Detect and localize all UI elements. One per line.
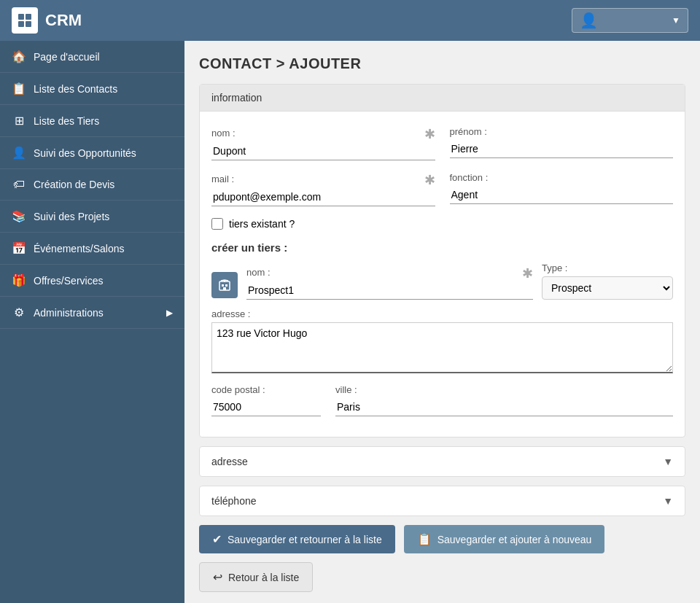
nom-prenom-row: nom : ✱ prénom :: [211, 126, 673, 160]
user-menu[interactable]: 👤 ▼: [572, 8, 688, 33]
code-postal-input[interactable]: [211, 398, 321, 416]
administrations-arrow-icon: ▶: [166, 308, 173, 318]
information-card: information nom : ✱ prénom :: [199, 84, 685, 437]
user-icon: 👤: [580, 12, 598, 29]
tiers-nom-input[interactable]: [246, 281, 533, 300]
nom-input[interactable]: [211, 142, 435, 160]
devis-icon: 🏷: [12, 178, 26, 191]
sidebar-label-opportunites: Suivi des Opportunités: [34, 147, 173, 159]
adresse-label: adresse :: [211, 308, 673, 319]
projets-icon: 📚: [12, 209, 26, 223]
svg-rect-7: [223, 287, 226, 290]
adresse-textarea[interactable]: 123 rue Victor Hugo: [211, 322, 673, 373]
user-dropdown-arrow: ▼: [672, 15, 680, 26]
buttons-row: ✔ Sauvegarder et retourner à la liste 📋 …: [199, 525, 685, 553]
adresse-section: adresse ▼: [199, 446, 685, 477]
information-section-label: information: [211, 92, 262, 104]
nom-label-row: nom : ✱: [211, 126, 435, 142]
sidebar-label-evenements: Événements/Salons: [34, 243, 173, 254]
mail-fonction-row: mail : ✱ fonction :: [211, 172, 673, 206]
ville-input[interactable]: [335, 398, 673, 416]
code-postal-label: code postal :: [211, 384, 321, 395]
mail-required-star: ✱: [424, 172, 435, 188]
sidebar-label-tiers: Liste des Tiers: [34, 115, 173, 127]
telephone-section-header[interactable]: téléphone ▼: [200, 486, 685, 516]
back-button[interactable]: ↩ Retour à la liste: [199, 562, 313, 592]
svg-rect-2: [18, 21, 24, 27]
sidebar-item-opportunites[interactable]: 👤 Suivi des Opportunités: [0, 137, 184, 169]
app-title: CRM: [45, 11, 82, 30]
save-add-icon: 📋: [417, 532, 432, 546]
telephone-section: téléphone ▼: [199, 486, 685, 516]
fonction-input[interactable]: [450, 186, 674, 204]
code-postal-group: code postal :: [211, 384, 321, 416]
sidebar-label-accueil: Page d'accueil: [34, 51, 173, 63]
administrations-icon: ⚙: [12, 306, 26, 319]
sidebar-item-projets[interactable]: 📚 Suivi des Projets: [0, 201, 184, 233]
svg-line-10: [225, 280, 228, 281]
type-group: Type : Prospect Client Partenaire Fourni…: [542, 262, 673, 300]
mail-group: mail : ✱: [211, 172, 435, 206]
creer-tiers-title: créer un tiers :: [211, 241, 673, 254]
information-section-header[interactable]: information: [200, 85, 685, 112]
svg-rect-5: [222, 284, 224, 287]
mail-input[interactable]: [211, 188, 435, 206]
adresse-chevron-icon: ▼: [663, 456, 673, 467]
opportunites-icon: 👤: [12, 146, 26, 160]
ville-group: ville :: [335, 384, 673, 416]
header: CRM 👤 ▼: [0, 0, 700, 41]
prenom-input[interactable]: [450, 140, 674, 158]
page-title: CONTACT > AJOUTER: [199, 55, 685, 72]
logo-icon: [12, 7, 38, 34]
sidebar-item-accueil[interactable]: 🏠 Page d'accueil: [0, 41, 184, 73]
back-icon: ↩: [213, 570, 222, 584]
adresse-group: adresse : 123 rue Victor Hugo: [211, 308, 673, 376]
nom-required-star: ✱: [424, 126, 435, 142]
tiers-nom-label: nom :: [246, 267, 271, 278]
sidebar-label-administrations: Administrations: [34, 307, 159, 319]
sidebar-label-projets: Suivi des Projets: [34, 211, 173, 222]
svg-line-9: [221, 280, 225, 281]
sidebar-item-offres[interactable]: 🎁 Offres/Services: [0, 265, 184, 297]
tiers-nom-required-star: ✱: [522, 265, 533, 281]
sidebar-item-tiers[interactable]: ⊞ Liste des Tiers: [0, 105, 184, 137]
layout: 🏠 Page d'accueil 📋 Liste des Contacts ⊞ …: [0, 41, 700, 603]
mail-label: mail :: [211, 174, 234, 184]
sidebar-item-contacts[interactable]: 📋 Liste des Contacts: [0, 73, 184, 105]
save-return-button[interactable]: ✔ Sauvegarder et retourner à la liste: [199, 525, 395, 553]
home-icon: 🏠: [12, 50, 26, 63]
sidebar-label-devis: Création de Devis: [34, 179, 173, 190]
telephone-section-label: téléphone: [211, 495, 257, 507]
sidebar-label-offres: Offres/Services: [34, 275, 173, 287]
tiers-building-icon: [211, 272, 238, 298]
evenements-icon: 📅: [12, 241, 26, 255]
svg-rect-0: [18, 14, 24, 20]
tiers-existant-checkbox[interactable]: [211, 218, 223, 230]
nom-group: nom : ✱: [211, 126, 435, 160]
mail-label-row: mail : ✱: [211, 172, 435, 188]
save-return-label: Sauvegarder et retourner à la liste: [228, 534, 382, 545]
save-add-button[interactable]: 📋 Sauvegarder et ajouter à nouveau: [404, 525, 605, 553]
tiers-existant-label: tiers existant ?: [229, 218, 295, 230]
sidebar: 🏠 Page d'accueil 📋 Liste des Contacts ⊞ …: [0, 41, 184, 603]
ville-label: ville :: [335, 384, 673, 395]
adresse-section-header[interactable]: adresse ▼: [200, 447, 685, 476]
sidebar-item-evenements[interactable]: 📅 Événements/Salons: [0, 233, 184, 265]
type-label: Type :: [542, 262, 673, 273]
back-row: ↩ Retour à la liste: [199, 562, 685, 592]
type-select[interactable]: Prospect Client Partenaire Fournisseur: [542, 276, 673, 300]
adresse-section-label: adresse: [211, 456, 248, 467]
save-return-icon: ✔: [212, 532, 222, 546]
sidebar-item-administrations[interactable]: ⚙ Administrations ▶: [0, 297, 184, 329]
save-add-label: Sauvegarder et ajouter à nouveau: [438, 534, 592, 545]
code-ville-row: code postal : ville :: [211, 384, 673, 416]
prenom-label: prénom :: [450, 126, 674, 137]
fonction-group: fonction :: [450, 172, 674, 206]
sidebar-item-devis[interactable]: 🏷 Création de Devis: [0, 169, 184, 201]
svg-rect-6: [225, 284, 228, 287]
tiers-nom-label-row: nom : ✱: [246, 265, 533, 281]
information-section-body: nom : ✱ prénom : mail :: [200, 112, 685, 437]
prenom-group: prénom :: [450, 126, 674, 160]
logo: CRM: [12, 7, 82, 34]
tiers-icon: ⊞: [12, 114, 26, 128]
